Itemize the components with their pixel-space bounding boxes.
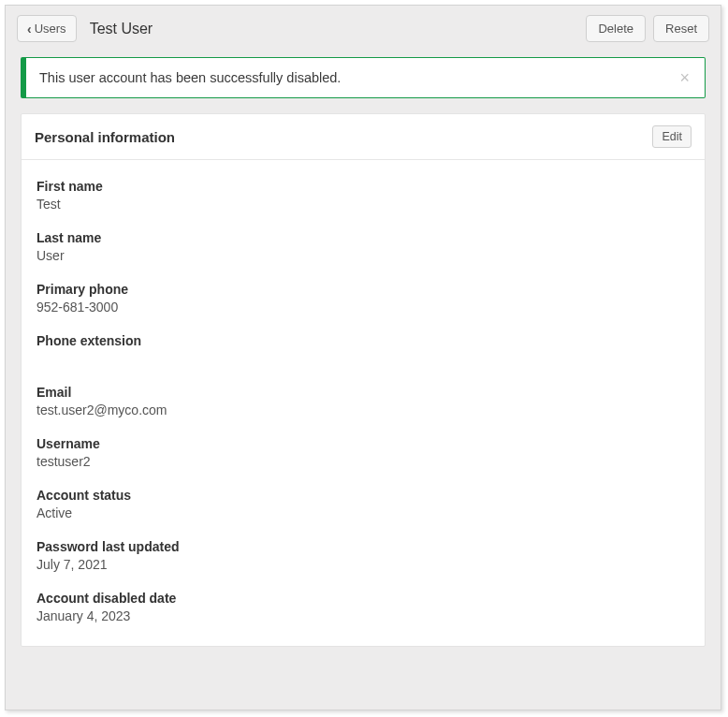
field-value: test.user2@myco.com [36, 402, 690, 419]
field-account-disabled-date: Account disabled date January 4, 2023 [36, 591, 690, 625]
page-frame: ‹ Users Test User Delete Reset This user… [5, 5, 721, 710]
reset-button[interactable]: Reset [653, 15, 709, 42]
edit-button[interactable]: Edit [652, 125, 692, 148]
delete-button[interactable]: Delete [586, 15, 646, 42]
field-label: First name [36, 179, 690, 194]
field-label: Last name [36, 230, 690, 245]
field-first-name: First name Test [36, 179, 690, 213]
top-actions: Delete Reset [586, 15, 709, 42]
back-to-users-button[interactable]: ‹ Users [17, 15, 77, 42]
card-title: Personal information [35, 129, 175, 145]
field-value: testuser2 [36, 454, 690, 471]
field-label: Email [36, 385, 690, 400]
page-title: Test User [90, 21, 587, 37]
field-value: January 4, 2023 [36, 608, 690, 625]
success-alert: This user account has been successfully … [21, 57, 706, 98]
close-icon[interactable]: × [677, 69, 692, 86]
field-label: Primary phone [36, 282, 690, 297]
chevron-left-icon: ‹ [27, 22, 32, 35]
personal-info-card: Personal information Edit First name Tes… [21, 113, 706, 647]
body-area: This user account has been successfully … [6, 51, 721, 710]
back-label: Users [35, 22, 66, 36]
alert-message: This user account has been successfully … [39, 70, 341, 85]
field-value: July 7, 2021 [36, 557, 690, 574]
field-value: Test [36, 197, 690, 213]
field-value: Active [36, 505, 690, 522]
field-label: Username [36, 436, 690, 451]
field-email: Email test.user2@myco.com [36, 385, 690, 419]
field-label: Account disabled date [36, 591, 690, 606]
field-value: User [36, 248, 690, 265]
field-label: Account status [36, 488, 690, 503]
field-password-last-updated: Password last updated July 7, 2021 [36, 539, 690, 574]
field-account-status: Account status Active [36, 488, 690, 522]
card-header: Personal information Edit [22, 114, 705, 160]
field-username: Username testuser2 [36, 436, 690, 471]
top-bar: ‹ Users Test User Delete Reset [6, 6, 721, 51]
field-value [36, 351, 690, 368]
field-label: Password last updated [36, 539, 690, 554]
field-primary-phone: Primary phone 952-681-3000 [36, 282, 690, 316]
card-body: First name Test Last name User Primary p… [22, 160, 705, 646]
field-value: 952-681-3000 [36, 300, 690, 316]
field-phone-extension: Phone extension [36, 333, 690, 368]
field-last-name: Last name User [36, 230, 690, 265]
field-label: Phone extension [36, 333, 690, 348]
